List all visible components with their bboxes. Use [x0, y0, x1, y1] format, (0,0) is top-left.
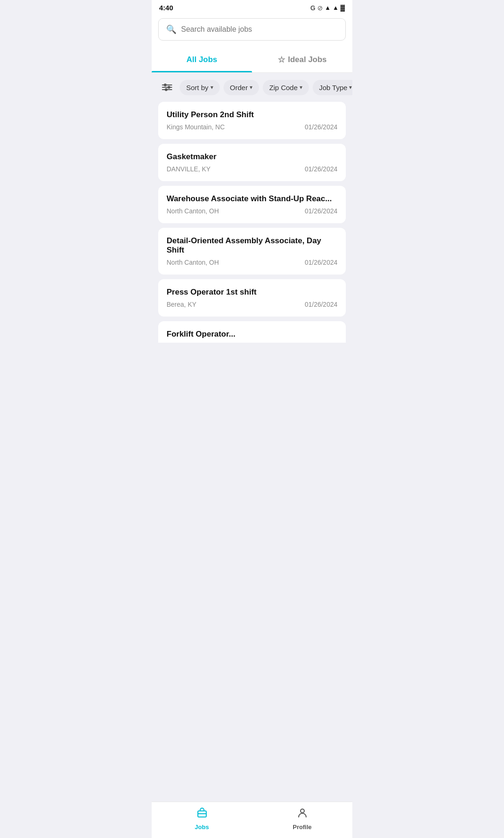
filter-sliders-button[interactable] — [158, 78, 176, 96]
job-card-2[interactable]: Gasketmaker DANVILLE, KY 01/26/2024 — [158, 144, 346, 181]
filters-bar: Sort by ▾ Order ▾ Zip Code ▾ Job Type ▾ — [152, 73, 352, 102]
job-location-5: Berea, KY — [167, 301, 196, 308]
sort-by-chevron: ▾ — [210, 84, 213, 91]
zip-code-filter[interactable]: Zip Code ▾ — [263, 80, 309, 95]
order-label: Order — [230, 84, 248, 92]
search-icon: 🔍 — [166, 24, 176, 35]
wifi-icon: ▲ — [325, 4, 331, 11]
search-bar[interactable]: 🔍 — [158, 18, 346, 41]
job-card-1[interactable]: Utility Person 2nd Shift Kings Mountain,… — [158, 102, 346, 139]
sort-by-label: Sort by — [186, 84, 209, 92]
signal-icon: ▲ — [333, 4, 339, 11]
status-bar: 4:40 G ⊘ ▲ ▲ ▓ — [152, 0, 352, 14]
job-title-3: Warehouse Associate with Stand-Up Reac..… — [167, 194, 337, 204]
job-title-4: Detail-Oriented Assembly Associate, Day … — [167, 236, 337, 255]
job-date-3: 01/26/2024 — [305, 207, 337, 215]
order-filter[interactable]: Order ▾ — [224, 80, 259, 95]
sort-by-filter[interactable]: Sort by ▾ — [180, 80, 220, 95]
tabs: All Jobs ☆ Ideal Jobs — [152, 47, 352, 73]
job-card-4[interactable]: Detail-Oriented Assembly Associate, Day … — [158, 228, 346, 275]
tab-all-jobs-label: All Jobs — [186, 55, 217, 64]
status-time: 4:40 — [159, 4, 173, 12]
job-date-4: 01/26/2024 — [305, 259, 337, 266]
battery-icon: ▓ — [341, 4, 345, 11]
job-meta-5: Berea, KY 01/26/2024 — [167, 301, 337, 308]
tab-ideal-jobs[interactable]: ☆ Ideal Jobs — [252, 47, 352, 72]
zip-code-chevron: ▾ — [300, 84, 302, 91]
search-container: 🔍 — [152, 14, 352, 47]
tab-ideal-jobs-label: Ideal Jobs — [288, 55, 327, 64]
status-icons: G ⊘ ▲ ▲ ▓ — [310, 4, 345, 12]
job-card-5[interactable]: Press Operator 1st shift Berea, KY 01/26… — [158, 279, 346, 317]
tab-ideal-jobs-icon: ☆ — [278, 55, 285, 65]
job-location-1: Kings Mountain, NC — [167, 123, 225, 131]
job-title-1: Utility Person 2nd Shift — [167, 110, 337, 120]
google-icon: G — [310, 4, 315, 12]
blocked-icon: ⊘ — [317, 4, 323, 12]
job-type-label: Job Type — [319, 84, 348, 92]
tab-all-jobs[interactable]: All Jobs — [152, 47, 252, 72]
order-chevron: ▾ — [250, 84, 252, 91]
sliders-icon — [162, 85, 172, 90]
zip-code-label: Zip Code — [269, 84, 298, 92]
job-card-3[interactable]: Warehouse Associate with Stand-Up Reac..… — [158, 186, 346, 223]
job-meta-1: Kings Mountain, NC 01/26/2024 — [167, 123, 337, 131]
job-meta-3: North Canton, OH 01/26/2024 — [167, 207, 337, 215]
job-title-2: Gasketmaker — [167, 152, 337, 162]
job-type-filter[interactable]: Job Type ▾ — [313, 80, 352, 95]
search-input[interactable] — [181, 25, 338, 34]
job-location-3: North Canton, OH — [167, 207, 219, 215]
job-location-2: DANVILLE, KY — [167, 165, 210, 173]
job-card-partial[interactable]: Forklift Operator... — [158, 321, 346, 343]
job-title-5: Press Operator 1st shift — [167, 288, 337, 297]
job-location-4: North Canton, OH — [167, 259, 219, 266]
job-date-5: 01/26/2024 — [305, 301, 337, 308]
job-date-2: 01/26/2024 — [305, 165, 337, 173]
job-meta-4: North Canton, OH 01/26/2024 — [167, 259, 337, 266]
job-date-1: 01/26/2024 — [305, 123, 337, 131]
job-type-chevron: ▾ — [349, 84, 352, 91]
job-title-partial: Forklift Operator... — [167, 330, 337, 339]
job-meta-2: DANVILLE, KY 01/26/2024 — [167, 165, 337, 173]
job-list: Utility Person 2nd Shift Kings Mountain,… — [152, 102, 352, 317]
